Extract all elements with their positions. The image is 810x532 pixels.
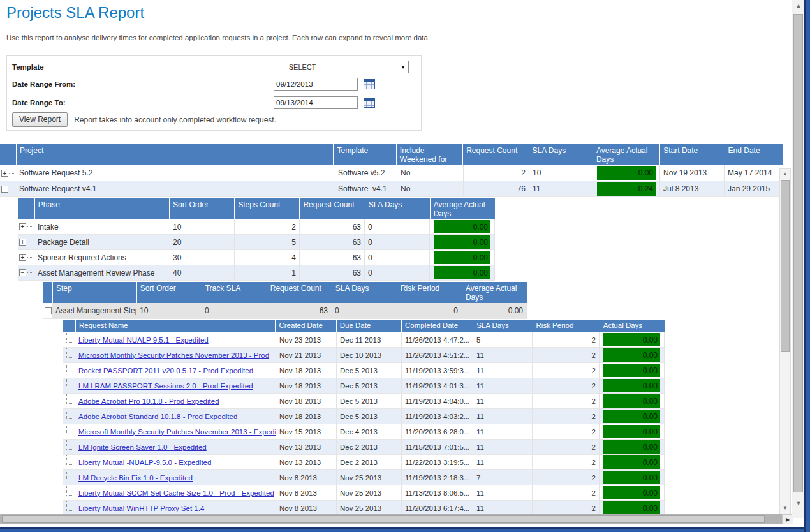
table-cell: 0 [365,265,430,280]
request-link[interactable]: LM Ignite Screen Saver 1.0 - Expedited [78,443,207,451]
request-link[interactable]: Liberty Mutual -NUALP-9.5.0 - Expedited [78,459,211,466]
requests-row: LM Ignite Screen Saver 1.0 - ExpeditedNo… [63,440,665,455]
table-cell: 0.00 [600,440,665,454]
column-header: Average Actual Days [431,198,495,219]
request-link[interactable]: Adobe Acrobat Pro 10.1.8 - Prod Expedite… [78,397,219,405]
column-header: End Date [725,144,783,165]
table-cell: 2 [533,348,600,362]
report-note: Report takes into account only completed… [74,115,276,124]
scroll-down-icon[interactable]: ▼ [780,503,790,514]
expander-cell [63,440,75,454]
table-cell: 0.00 [430,219,495,234]
table-cell: 0.00 [600,455,665,469]
expand-icon[interactable]: + [1,170,8,177]
date-to-input[interactable] [274,96,358,109]
template-label: Template [12,63,44,71]
template-select[interactable]: ---- SELECT ---- ▼ [274,61,409,73]
table-cell: Dec 5 2013 [337,394,402,408]
tree-branch-icon [66,394,73,404]
table-cell: 0.24 [593,181,660,196]
column-header: Request Count [267,282,332,303]
calendar-icon[interactable] [364,79,375,89]
table-cell: Dec 5 2013 [337,378,402,393]
table-cell: 10 [529,165,593,181]
request-link[interactable]: LM Recycle Bin Fix 1.0 - Expedited [78,474,193,482]
scroll-up-icon[interactable]: ▲ [792,0,805,11]
column-header: Start Date [660,144,724,165]
table-cell: Liberty Mutual SCCM Set Cache Size 1.0 -… [75,485,276,500]
table-cell: Adobe Acrobat Standard 10.1.8 - Prod Exp… [75,409,276,424]
sla-green-cell: 0.00 [603,486,660,499]
tree-connector [27,257,34,258]
expander-column-header [0,144,16,165]
page-title: Projects SLA Report [6,4,144,22]
expander-cell: + [18,250,34,265]
expander-cell [63,485,75,500]
table-cell: 2 [533,378,600,393]
sla-green-cell: 0.00 [603,410,660,423]
request-link[interactable]: Liberty Mutual SCCM Set Cache Size 1.0 -… [78,489,274,497]
scrollbar-thumb[interactable] [793,14,803,492]
scrollbar-thumb[interactable] [2,515,765,523]
expand-icon[interactable]: + [19,254,26,261]
calendar-icon[interactable] [364,98,375,108]
table-cell: Nov 25 2013 [337,485,402,500]
request-link[interactable]: Liberty Mutual NUALP 9.5.1 - Expedited [78,336,209,344]
table-cell: 0.00 [600,501,665,515]
date-from-input[interactable] [274,78,358,91]
table-cell: 11/22/2013 3:19:5... [402,455,473,469]
tree-branch-icon [66,455,73,465]
collapse-icon[interactable]: − [1,186,8,193]
column-header: Track SLA [202,282,267,303]
report-vertical-scrollbar[interactable]: ▲ ▼ [779,168,791,514]
report-horizontal-scrollbar[interactable]: ▶ [0,514,793,524]
table-cell: 5 [473,332,533,347]
table-cell: 11/20/2013 6:17:4... [402,501,473,515]
expander-cell [63,424,75,439]
table-cell: 0.00 [600,394,665,408]
table-cell: 11 [473,348,533,362]
scroll-down-icon[interactable]: ▼ [792,498,805,509]
date-to-label: Date Range To: [12,99,66,107]
table-cell: 11/19/2013 2:18:3... [402,470,473,485]
requests-row: Microsoft Monthly Security Patches Novem… [63,348,665,363]
expand-icon[interactable]: + [19,239,26,246]
expander-cell: − [0,181,16,196]
request-link[interactable]: Microsoft Monthly Security Patches Novem… [78,428,276,436]
page-vertical-scrollbar[interactable]: ▲ ▼ [792,0,804,518]
request-link[interactable]: Microsoft Monthly Security Patches Novem… [78,351,269,359]
table-cell: Nov 18 2013 [276,378,337,393]
table-cell: Software v5.2 [335,165,397,181]
table-cell: 0.00 [600,332,665,347]
table-cell: Nov 8 2013 [276,485,337,500]
collapse-icon[interactable]: − [45,307,52,314]
table-cell: 11/19/2013 4:04:0... [402,394,473,408]
request-link[interactable]: LM LRAM PASSPORT Sessions 2.0 - Prod Exp… [78,382,253,390]
tree-branch-icon [66,379,73,388]
tree-branch-icon [66,486,73,496]
request-link[interactable]: Rocket PASSPORT 2011 v20.0.5.17 - Prod E… [78,367,253,374]
expander-cell [63,378,75,393]
expand-icon[interactable]: + [19,223,26,230]
table-cell: 63 [300,265,365,280]
column-header: Due Date [337,320,401,332]
sla-green-cell: 0.00 [603,425,660,438]
request-link[interactable]: Liberty Mutual WinHTTP Proxy Set 1.4 [78,505,204,512]
table-cell: 63 [267,303,332,318]
collapse-icon[interactable]: − [19,269,26,276]
table-cell: Dec 10 2013 [337,348,402,362]
scroll-up-icon[interactable]: ▲ [780,169,790,179]
table-cell: 0 [365,250,430,265]
expander-cell [63,409,75,424]
sla-green-cell: 0.00 [434,220,490,233]
sla-green-cell: 0.00 [603,455,660,469]
scrollbar-thumb[interactable] [781,180,790,352]
phases-row: +Sponsor Required Actions3046300.00 [18,250,495,265]
view-report-button[interactable]: View Report [12,112,68,127]
request-link[interactable]: Adobe Acrobat Standard 10.1.8 - Prod Exp… [78,413,237,420]
requests-row: LM Recycle Bin Fix 1.0 - ExpeditedNov 8 … [63,470,665,485]
column-header: Step [53,282,136,303]
table-cell: Software_v4.1 [335,181,397,196]
table-cell: Liberty Mutual WinHTTP Proxy Set 1.4 [75,501,276,515]
tree-connector [9,189,16,189]
